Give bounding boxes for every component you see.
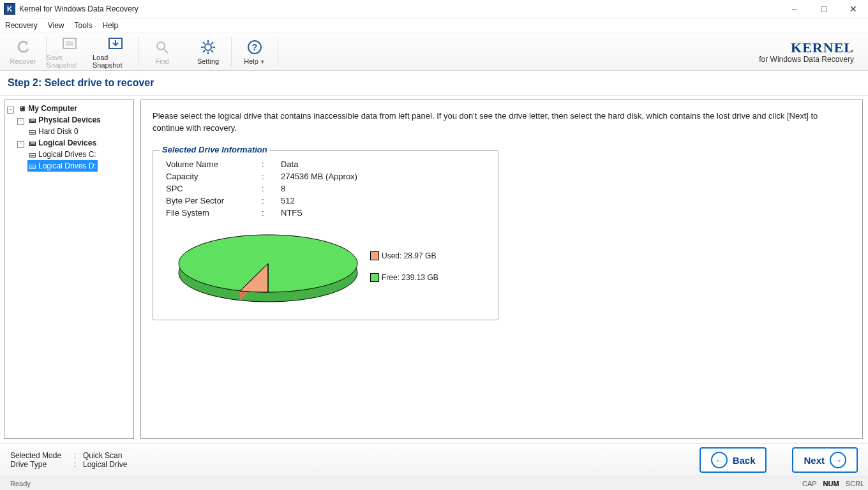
setting-button[interactable]: Setting [185,33,231,70]
menu-help[interactable]: Help [103,21,119,30]
setting-label: Setting [197,57,219,65]
title-bar: K Kernel for Windows Data Recovery – □ ✕ [0,0,868,19]
save-snapshot-label: Save Snapshot [47,54,93,69]
legend-used-label: Used: 28.97 GB [382,251,436,260]
tree-hard-disk-0[interactable]: 🖴Hard Disk 0 [27,126,80,137]
footer: Selected Mode:Quick Scan Drive Type:Logi… [0,443,868,477]
fieldset-legend: Selected Drive Information [160,145,270,154]
help-icon: ? [246,38,264,56]
menu-recovery[interactable]: Recovery [5,21,38,30]
swatch-free [370,273,379,282]
maximize-button[interactable]: □ [809,0,839,18]
brand-title: KERNEL [759,40,854,56]
find-label: Find [155,57,168,65]
app-icon: K [4,3,15,15]
arrow-right-icon: → [830,452,846,468]
collapse-icon[interactable]: - [7,107,14,114]
value-spc: 8 [281,184,485,193]
load-snapshot-button[interactable]: Load Snapshot [93,33,138,70]
next-button[interactable]: Next → [792,447,858,473]
back-label: Back [733,455,756,466]
info-row: Byte Per Sector : 512 [166,196,485,205]
menu-bar: Recovery View Tools Help [0,19,868,33]
svg-line-13 [211,42,213,44]
load-snapshot-icon [107,34,124,52]
status-cap: CAP [802,480,817,487]
brand-subtitle: for Windows Data Recovery [759,55,854,64]
legend-used: Used: 28.97 GB [370,251,438,260]
save-snapshot-button[interactable]: Save Snapshot [47,33,93,70]
close-button[interactable]: ✕ [839,0,868,18]
toolbar: Recover Save Snapshot Load Snapshot Find [0,33,868,71]
value-capacity: 274536 MB (Approx) [281,172,485,181]
label-capacity: Capacity [166,172,262,181]
footer-info: Selected Mode:Quick Scan Drive Type:Logi… [10,451,127,469]
content-panel: Please select the logical drive that con… [140,100,863,439]
recover-icon [14,38,32,56]
instructions-text: Please select the logical drive that con… [153,110,851,135]
next-label: Next [804,455,825,466]
label-spc: SPC [166,184,262,193]
help-label: Help [244,57,258,65]
value-volume-name: Data [281,160,485,169]
svg-text:?: ? [252,42,258,52]
svg-rect-1 [66,41,73,46]
collapse-icon[interactable]: - [17,141,24,148]
recover-button[interactable]: Recover [0,33,46,70]
svg-line-11 [211,50,213,52]
brand: KERNEL for Windows Data Recovery [759,40,868,64]
load-snapshot-label: Load Snapshot [93,54,138,69]
info-row: Volume Name : Data [166,160,485,169]
label-volume-name: Volume Name [166,160,262,169]
status-scrl: SCRL [846,480,864,487]
svg-point-3 [157,42,165,50]
value-bps: 512 [281,196,485,205]
minimize-button[interactable]: – [780,0,809,18]
search-icon [153,38,171,56]
menu-tools[interactable]: Tools [74,21,92,30]
step-title: Step 2: Select drive to recover [8,77,154,89]
arrow-left-icon: ← [711,452,728,468]
chevron-down-icon: ▼ [260,59,266,65]
step-header: Step 2: Select drive to recover [0,71,868,96]
swatch-used [370,251,379,260]
value-fs: NTFS [281,208,485,218]
tree-logical-devices[interactable]: 🖴Logical Devices [27,137,98,149]
value-drive-type: Logical Drive [83,460,127,469]
svg-line-12 [203,50,205,52]
tree-logical-drive-d[interactable]: 🖴Logical Drives D: [27,160,98,172]
menu-view[interactable]: View [48,21,64,30]
tree-logical-drive-c[interactable]: 🖴Logical Drives C: [27,149,98,160]
info-row: Capacity : 274536 MB (Approx) [166,172,485,181]
collapse-icon[interactable]: - [17,118,24,125]
status-ready: Ready [10,480,31,487]
save-snapshot-icon [61,34,79,52]
status-num: NUM [823,480,839,487]
info-row: File System : NTFS [166,208,485,218]
svg-point-5 [205,44,211,50]
legend-free: Free: 239.13 GB [370,273,438,282]
tree-my-computer[interactable]: 🖥My Computer [17,103,79,114]
tree-physical-devices[interactable]: 🖴Physical Devices [27,114,101,126]
find-button[interactable]: Find [139,33,185,70]
back-button[interactable]: ← Back [700,447,767,473]
help-button[interactable]: ? Help▼ [232,33,278,70]
window-title: Kernel for Windows Data Recovery [19,4,138,13]
label-selected-mode: Selected Mode [10,451,74,460]
status-bar: Ready CAP NUM SCRL [0,477,868,490]
label-bps: Byte Per Sector [166,196,262,205]
label-fs: File System [166,208,262,218]
svg-line-10 [203,42,205,44]
legend-free-label: Free: 239.13 GB [382,273,438,282]
svg-line-4 [164,49,168,53]
recover-label: Recover [10,57,36,65]
gear-icon [199,38,217,56]
info-row: SPC : 8 [166,184,485,193]
label-drive-type: Drive Type [10,460,74,469]
value-selected-mode: Quick Scan [83,451,122,460]
usage-pie-chart [166,225,370,308]
device-tree[interactable]: - 🖥My Computer - 🖴Physical Devices 🖴Hard… [4,100,134,439]
chart-legend: Used: 28.97 GB Free: 239.13 GB [370,225,438,308]
drive-info-fieldset: Selected Drive Information Volume Name :… [153,150,498,320]
